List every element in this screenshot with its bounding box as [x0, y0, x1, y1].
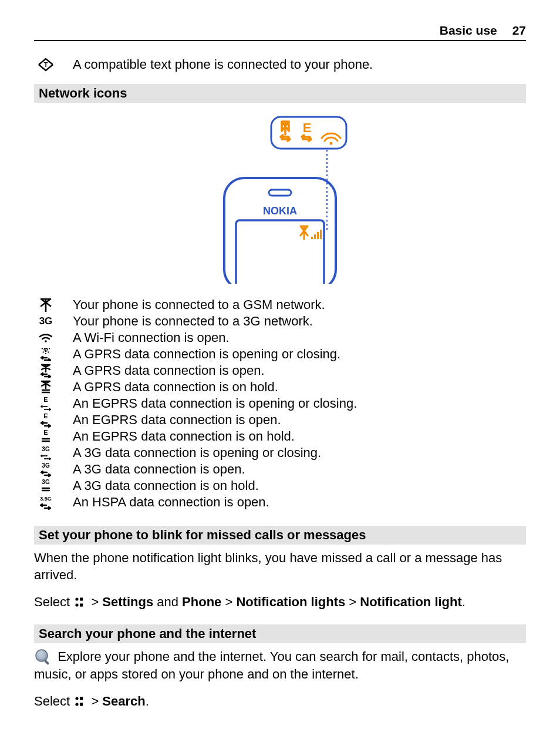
- intro-row: T A compatible text phone is connected t…: [34, 56, 526, 73]
- svg-rect-7: [236, 220, 324, 284]
- select-path-blink: Select > Settings and Phone > Notificati…: [34, 593, 526, 612]
- list-item: 3G Your phone is connected to a 3G netwo…: [34, 313, 526, 330]
- svg-text:3G: 3G: [39, 315, 53, 327]
- gt: >: [91, 694, 102, 708]
- list-item: Your phone is connected to a GSM network…: [34, 297, 526, 313]
- list-item-text: A 3G data connection is open.: [73, 461, 245, 478]
- gprs-open-icon: [34, 362, 58, 379]
- svg-text:3G: 3G: [42, 446, 50, 452]
- svg-text:3G: 3G: [42, 479, 50, 485]
- svg-text:E: E: [43, 429, 48, 436]
- list-item-text: Your phone is connected to a 3G network.: [73, 313, 313, 330]
- select-prefix: Select: [34, 694, 73, 708]
- list-item: A Wi-Fi connection is open.: [34, 330, 526, 346]
- svg-point-36: [76, 703, 79, 706]
- path-settings: Settings: [102, 594, 153, 609]
- svg-point-29: [76, 603, 79, 606]
- section-title-blink: Set your phone to blink for missed calls…: [34, 526, 526, 545]
- list-item: E An EGPRS data connection is open.: [34, 412, 526, 428]
- svg-rect-30: [80, 603, 83, 606]
- list-item-text: A GPRS data connection is opening or clo…: [73, 346, 340, 362]
- list-item-text: A GPRS data connection is on hold.: [73, 379, 278, 395]
- list-item: 3G A 3G data connection is on hold.: [34, 478, 526, 494]
- period: .: [462, 594, 465, 609]
- svg-text:T: T: [44, 61, 48, 68]
- 3g-hold-icon: 3G: [34, 478, 58, 494]
- select-path-search: Select > Search.: [34, 693, 526, 711]
- svg-rect-28: [80, 597, 83, 600]
- magnifier-icon: [34, 648, 52, 666]
- svg-text:E: E: [303, 120, 312, 135]
- list-item-text: An EGPRS data connection is on hold.: [73, 428, 295, 445]
- svg-point-34: [76, 697, 79, 700]
- path-notification-light: Notification light: [360, 594, 462, 609]
- svg-rect-8: [311, 237, 313, 239]
- period: .: [146, 694, 149, 708]
- list-item-text: An HSPA data connection is open.: [73, 494, 269, 510]
- page-header: Basic use 27: [34, 23, 526, 41]
- antenna-icon: [34, 297, 58, 313]
- section-title-search: Search your phone and the internet: [34, 624, 526, 643]
- search-body: Explore your phone and the internet. You…: [34, 648, 526, 683]
- menu-grid-icon: [75, 597, 86, 609]
- svg-text:3.5G: 3.5G: [40, 496, 52, 502]
- path-search: Search: [102, 694, 145, 708]
- menu-grid-icon: [75, 696, 86, 708]
- gt: >: [349, 594, 360, 609]
- page-number: 27: [512, 23, 526, 37]
- and: and: [157, 594, 182, 609]
- list-item: A GPRS data connection is on hold.: [34, 379, 526, 395]
- path-notification-lights: Notification lights: [236, 594, 345, 609]
- 3g-open-icon: 3G: [34, 461, 58, 478]
- 3g-text-icon: 3G: [34, 313, 58, 330]
- text-phone-icon: T: [34, 57, 58, 72]
- list-item-text: A 3G data connection is opening or closi…: [73, 445, 321, 461]
- svg-text:E: E: [43, 396, 48, 403]
- svg-text:3G: 3G: [42, 462, 50, 469]
- list-item: 3G A 3G data connection is opening or cl…: [34, 445, 526, 461]
- list-item: 3G A 3G data connection is open.: [34, 461, 526, 478]
- svg-rect-5: [224, 178, 336, 284]
- svg-rect-9: [314, 234, 316, 239]
- svg-rect-6: [269, 190, 291, 196]
- svg-text:E: E: [43, 412, 48, 419]
- list-item: E An EGPRS data connection is opening or…: [34, 395, 526, 412]
- gprs-dotted-icon: [34, 346, 58, 362]
- gt: >: [225, 594, 236, 609]
- egprs-dotted-icon: E: [34, 395, 58, 412]
- manual-page: Basic use 27 T A compatible text phone i…: [0, 0, 560, 739]
- list-item-text: Your phone is connected to a GSM network…: [73, 297, 325, 313]
- wifi-icon: [34, 330, 58, 346]
- svg-point-13: [45, 340, 47, 342]
- list-item-text: An EGPRS data connection is opening or c…: [73, 395, 357, 412]
- list-item: A GPRS data connection is open.: [34, 362, 526, 379]
- gt: >: [91, 594, 102, 609]
- list-item-text: An EGPRS data connection is open.: [73, 412, 281, 428]
- phone-illustration: E NOKIA: [34, 113, 526, 284]
- list-item-text: A 3G data connection is on hold.: [73, 478, 259, 494]
- 3g-dotted-icon: 3G: [34, 445, 58, 461]
- svg-rect-11: [320, 230, 322, 239]
- list-item-text: A Wi-Fi connection is open.: [73, 330, 230, 346]
- list-item-text: A GPRS data connection is open.: [73, 362, 265, 379]
- egprs-open-icon: E: [34, 412, 58, 428]
- svg-point-3: [330, 142, 333, 145]
- svg-point-27: [76, 597, 79, 600]
- brand-label: NOKIA: [263, 205, 297, 217]
- path-phone: Phone: [182, 594, 221, 609]
- intro-text: A compatible text phone is connected to …: [73, 56, 373, 73]
- egprs-hold-icon: E: [34, 428, 58, 445]
- select-prefix: Select: [34, 594, 73, 609]
- list-item: A GPRS data connection is opening or clo…: [34, 346, 526, 362]
- network-icon-list: Your phone is connected to a GSM network…: [34, 297, 526, 510]
- list-item: 3.5G An HSPA data connection is open.: [34, 494, 526, 510]
- blink-body: When the phone notification light blinks…: [34, 549, 526, 584]
- list-item: E An EGPRS data connection is on hold.: [34, 428, 526, 445]
- hspa-open-icon: 3.5G: [34, 494, 58, 510]
- svg-rect-37: [80, 703, 83, 706]
- gprs-hold-icon: [34, 379, 58, 395]
- search-body-text: Explore your phone and the internet. You…: [34, 649, 509, 681]
- section-name: Basic use: [440, 23, 497, 37]
- svg-rect-10: [317, 232, 319, 239]
- svg-point-32: [38, 652, 45, 659]
